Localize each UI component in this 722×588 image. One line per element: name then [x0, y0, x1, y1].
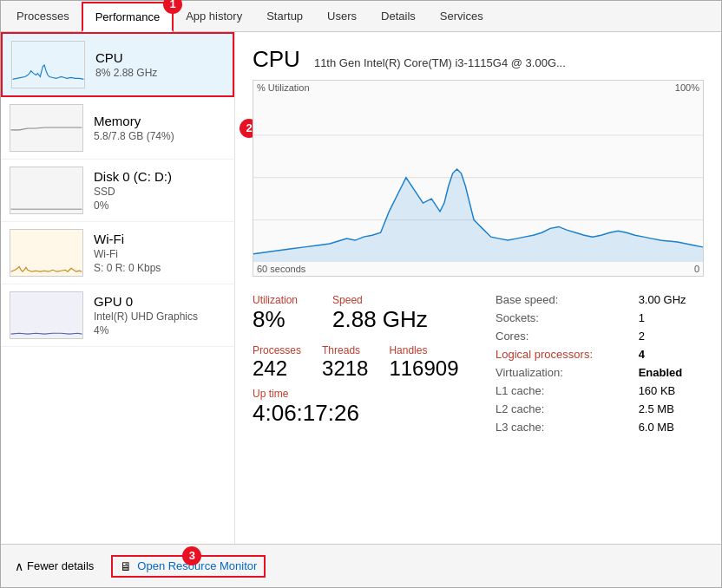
utilization-block: Utilization 8%: [253, 291, 298, 336]
disk-detail2: 0%: [94, 199, 172, 212]
processes-value: 242: [253, 356, 301, 382]
disk-thumbnail: [10, 167, 83, 214]
sidebar-item-cpu[interactable]: CPU 8% 2.88 GHz: [1, 32, 234, 97]
chart-y-label: % Utilization: [257, 82, 310, 93]
info-label: Logical processors:: [496, 345, 639, 363]
info-label: L3 cache:: [496, 418, 639, 436]
tab-services[interactable]: Services: [428, 3, 496, 29]
speed-block: Speed 2.88 GHz: [332, 291, 428, 336]
tab-details[interactable]: Details: [369, 3, 428, 29]
uptime-section: Up time 4:06:17:26: [253, 388, 482, 427]
svg-rect-4: [11, 292, 82, 338]
info-value: 160 KB: [639, 382, 704, 400]
processes-label: Processes: [253, 344, 301, 356]
info-row: Sockets:1: [496, 309, 704, 327]
right-info: Base speed:3.00 GHzSockets:1Cores:2Logic…: [496, 291, 704, 436]
fewer-details-label: Fewer details: [27, 559, 94, 572]
info-row: Base speed:3.00 GHz: [496, 291, 704, 309]
chart-y-max: 100%: [675, 82, 699, 93]
memory-name: Memory: [94, 114, 174, 128]
info-value: 4: [639, 345, 704, 363]
chart-time-left: 60 seconds: [257, 264, 305, 274]
sidebar-item-wifi[interactable]: Wi-Fi Wi-Fi S: 0 R: 0 Kbps: [1, 222, 234, 284]
threads-block: Threads 3218: [322, 344, 368, 382]
threads-label: Threads: [322, 344, 368, 356]
left-stats: Utilization 8% Speed 2.88 GHz Processes …: [253, 291, 482, 436]
svg-rect-2: [11, 167, 82, 213]
wifi-detail1: Wi-Fi: [94, 248, 161, 260]
tab-app-history[interactable]: App history: [174, 3, 254, 29]
info-value: 3.00 GHz: [639, 291, 704, 309]
gpu-detail1: Intel(R) UHD Graphics: [94, 310, 198, 323]
info-row: Virtualization:Enabled: [496, 363, 704, 382]
cpu-chart-area: % Utilization 100% 60 seconds 0: [253, 80, 704, 277]
open-resource-monitor-button[interactable]: 🖥 Open Resource Monitor 3: [111, 555, 266, 578]
uptime-value: 4:06:17:26: [253, 400, 482, 427]
tab-users[interactable]: Users: [315, 3, 369, 29]
sidebar: CPU 8% 2.88 GHz Memory 5.8/7.8 GB (74%): [1, 32, 235, 544]
fewer-details-button[interactable]: ∧ Fewer details: [15, 559, 94, 573]
speed-label: Speed: [332, 294, 428, 306]
cpu-detail: 8% 2.88 GHz: [95, 67, 157, 79]
monitor-icon: 🖥: [120, 559, 132, 573]
annotation-3: 3: [182, 546, 201, 565]
handles-label: Handles: [389, 344, 458, 356]
tab-performance[interactable]: Performance 1: [82, 2, 174, 32]
chevron-up-icon: ∧: [15, 559, 23, 573]
info-label: Sockets:: [496, 309, 639, 327]
info-label: Virtualization:: [496, 363, 639, 382]
info-row: L1 cache:160 KB: [496, 382, 704, 400]
processes-block: Processes 242: [253, 344, 301, 382]
cpu-thumbnail: [11, 41, 85, 88]
info-label: L2 cache:: [496, 400, 639, 418]
gpu-name: GPU 0: [94, 294, 198, 309]
handles-block: Handles 116909: [389, 344, 458, 382]
info-value: 2.5 MB: [639, 400, 704, 418]
gpu-detail2: 4%: [94, 324, 198, 336]
utilization-value: 8%: [253, 306, 298, 333]
panel-title: CPU: [253, 46, 300, 73]
info-label: Cores:: [496, 327, 639, 345]
info-row: L2 cache:2.5 MB: [496, 400, 704, 418]
app-window: Processes Performance 1 App history Star…: [0, 0, 722, 588]
tab-processes[interactable]: Processes: [4, 3, 82, 29]
disk-name: Disk 0 (C: D:): [94, 169, 172, 184]
info-label: Base speed:: [496, 291, 639, 309]
gpu-thumbnail: [10, 291, 83, 339]
wifi-detail2: S: 0 R: 0 Kbps: [94, 262, 161, 274]
info-value: 2: [639, 327, 704, 345]
info-table: Base speed:3.00 GHzSockets:1Cores:2Logic…: [496, 291, 704, 436]
info-row: L3 cache:6.0 MB: [496, 418, 704, 436]
tab-bar: Processes Performance 1 App history Star…: [1, 1, 721, 32]
utilization-label: Utilization: [253, 294, 298, 306]
threads-value: 3218: [322, 356, 368, 382]
handles-value: 116909: [389, 356, 458, 382]
sidebar-item-memory[interactable]: Memory 5.8/7.8 GB (74%) 2: [1, 97, 234, 160]
info-value: 6.0 MB: [639, 418, 704, 436]
memory-thumbnail: [10, 104, 83, 152]
svg-rect-0: [13, 42, 84, 88]
info-value: Enabled: [639, 363, 704, 382]
info-row: Cores:2: [496, 327, 704, 345]
main-content: CPU 8% 2.88 GHz Memory 5.8/7.8 GB (74%): [1, 32, 721, 544]
memory-detail: 5.8/7.8 GB (74%): [94, 130, 174, 142]
info-label: L1 cache:: [496, 382, 639, 400]
chart-time-right: 0: [694, 264, 699, 274]
sidebar-item-disk[interactable]: Disk 0 (C: D:) SSD 0%: [1, 160, 234, 222]
stats-info-area: Utilization 8% Speed 2.88 GHz Processes …: [253, 291, 704, 436]
wifi-name: Wi-Fi: [94, 232, 161, 246]
sidebar-item-gpu[interactable]: GPU 0 Intel(R) UHD Graphics 4%: [1, 284, 234, 347]
cpu-name: CPU: [95, 50, 157, 65]
bottom-bar: ∧ Fewer details 🖥 Open Resource Monitor …: [1, 544, 721, 587]
uptime-label: Up time: [253, 388, 482, 400]
right-panel: CPU 11th Gen Intel(R) Core(TM) i3-1115G4…: [235, 32, 721, 544]
speed-value: 2.88 GHz: [332, 306, 428, 333]
info-row: Logical processors:4: [496, 345, 704, 363]
panel-subtitle: 11th Gen Intel(R) Core(TM) i3-1115G4 @ 3…: [314, 56, 566, 69]
tab-startup[interactable]: Startup: [254, 3, 315, 29]
wifi-thumbnail: [10, 229, 83, 277]
svg-marker-9: [253, 169, 703, 263]
panel-header: CPU 11th Gen Intel(R) Core(TM) i3-1115G4…: [253, 46, 704, 73]
disk-detail1: SSD: [94, 186, 172, 198]
info-value: 1: [639, 309, 704, 327]
